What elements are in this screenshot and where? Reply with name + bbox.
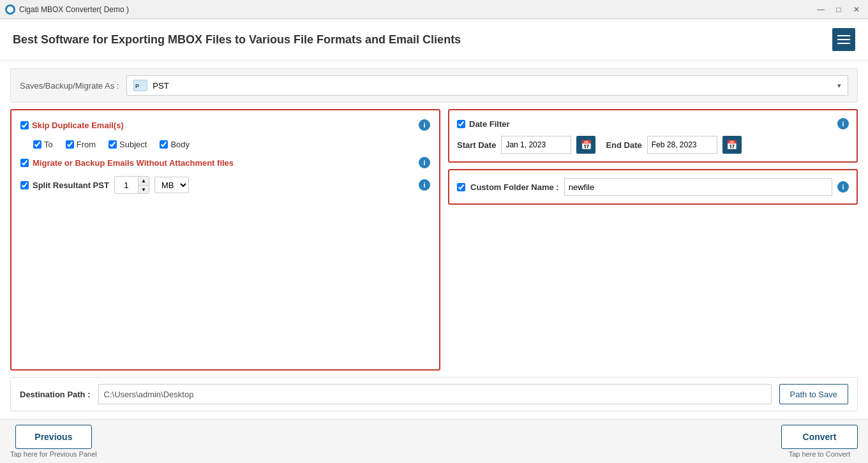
- destination-path-input[interactable]: [98, 384, 772, 404]
- calendar-icon-start: 📅: [581, 140, 592, 150]
- skip-duplicate-section: Skip Duplicate Email(s) i: [20, 119, 430, 131]
- sub-checkbox-to-label: To: [44, 140, 53, 149]
- saves-dropdown-left: P PST: [133, 80, 168, 91]
- custom-folder-checkbox-label[interactable]: [457, 183, 465, 191]
- date-filter-header: Date Filter i: [457, 118, 849, 129]
- end-date-group: End Date 📅: [606, 136, 741, 154]
- split-checkbox-label[interactable]: Split Resultant PST: [20, 180, 109, 190]
- sub-checkbox-from[interactable]: From: [66, 140, 96, 149]
- middle-row: Skip Duplicate Email(s) i To From: [10, 109, 858, 371]
- split-number-group: ▲ ▼: [114, 176, 149, 194]
- app-icon: [5, 4, 15, 15]
- checkbox-from[interactable]: [66, 140, 74, 149]
- skip-duplicate-info-icon[interactable]: i: [419, 119, 430, 131]
- date-filter-title: Date Filter: [469, 119, 510, 129]
- sub-checkboxes: To From Subject Body: [20, 140, 430, 149]
- content-area: Saves/Backup/Migrate As : P PST ▾: [0, 61, 868, 419]
- migrate-section: Migrate or Backup Emails Without Attachm…: [20, 157, 430, 168]
- end-date-input[interactable]: [647, 136, 717, 154]
- convert-button[interactable]: Convert: [781, 425, 858, 449]
- custom-folder-input[interactable]: [564, 178, 832, 196]
- migrate-label-row[interactable]: Migrate or Backup Emails Without Attachm…: [20, 158, 234, 168]
- date-fields-row: Start Date 📅 End Date 📅: [457, 136, 849, 154]
- size-unit-select[interactable]: MB GB KB: [154, 177, 189, 193]
- bottom-bar: Previous Tap here for Previous Panel Con…: [0, 419, 868, 463]
- start-date-calendar-button[interactable]: 📅: [576, 136, 595, 154]
- migrate-info-icon[interactable]: i: [419, 157, 430, 168]
- split-text: Split Resultant PST: [33, 180, 109, 190]
- destination-row: Destination Path : Path to Save: [10, 377, 858, 411]
- start-date-input[interactable]: [501, 136, 571, 154]
- date-filter-box: Date Filter i Start Date 📅: [448, 109, 858, 163]
- app-header: Best Software for Exporting MBOX Files t…: [0, 19, 868, 61]
- destination-label: Destination Path :: [20, 390, 91, 399]
- custom-folder-info-icon[interactable]: i: [837, 181, 849, 193]
- hamburger-button[interactable]: [832, 28, 855, 51]
- split-section: Split Resultant PST ▲ ▼ MB GB: [20, 176, 430, 194]
- checkbox-body[interactable]: [160, 140, 168, 149]
- end-date-label: End Date: [606, 140, 641, 150]
- split-checkbox[interactable]: [20, 181, 29, 189]
- bottom-left: Previous Tap here for Previous Panel: [10, 420, 97, 463]
- sub-checkbox-subject[interactable]: Subject: [108, 140, 147, 149]
- spin-buttons: ▲ ▼: [138, 177, 149, 193]
- start-date-group: Start Date 📅: [457, 136, 595, 154]
- sub-checkbox-body-label: Body: [170, 140, 190, 149]
- main-window: Best Software for Exporting MBOX Files t…: [0, 19, 868, 463]
- spin-down-button[interactable]: ▼: [138, 185, 149, 193]
- hamburger-line-2: [837, 39, 850, 40]
- custom-folder-checkbox[interactable]: [457, 183, 465, 191]
- calendar-icon-end: 📅: [726, 140, 737, 150]
- split-number-input[interactable]: [115, 177, 138, 193]
- sub-checkbox-subject-label: Subject: [119, 140, 147, 149]
- start-date-label: Start Date: [457, 140, 496, 150]
- migrate-checkbox[interactable]: [20, 159, 29, 167]
- custom-folder-box: Custom Folder Name : i: [448, 169, 858, 205]
- pst-icon: P: [133, 80, 147, 91]
- split-row: Split Resultant PST ▲ ▼ MB GB: [20, 176, 189, 194]
- title-bar-left: Cigati MBOX Converter( Demo ): [5, 4, 129, 15]
- left-panel: Skip Duplicate Email(s) i To From: [10, 109, 440, 371]
- sub-checkbox-from-label: From: [77, 140, 96, 149]
- path-to-save-button[interactable]: Path to Save: [779, 384, 848, 404]
- custom-folder-label: Custom Folder Name :: [470, 182, 559, 192]
- title-bar-controls: — □ ✕: [814, 3, 863, 16]
- app-title: Best Software for Exporting MBOX Files t…: [13, 33, 461, 47]
- previous-button[interactable]: Previous: [15, 425, 92, 449]
- previous-tip-text: Tap here for Previous Panel: [10, 450, 97, 458]
- saves-row: Saves/Backup/Migrate As : P PST ▾: [10, 68, 858, 103]
- skip-duplicate-checkbox[interactable]: [20, 121, 29, 129]
- svg-point-0: [7, 6, 13, 13]
- hamburger-line-3: [837, 43, 850, 44]
- skip-duplicate-row: Skip Duplicate Email(s): [20, 121, 124, 130]
- minimize-button[interactable]: —: [814, 3, 827, 16]
- migrate-text: Migrate or Backup Emails Without Attachm…: [33, 158, 234, 168]
- chevron-down-icon: ▾: [837, 82, 841, 90]
- bottom-right: Convert Tap here to Convert: [781, 420, 858, 463]
- maximize-button[interactable]: □: [832, 3, 845, 16]
- skip-duplicate-label[interactable]: Skip Duplicate Email(s): [20, 121, 124, 130]
- split-info-icon[interactable]: i: [419, 179, 430, 191]
- title-bar-text: Cigati MBOX Converter( Demo ): [19, 5, 129, 14]
- saves-dropdown[interactable]: P PST ▾: [126, 75, 848, 96]
- sub-checkbox-body[interactable]: Body: [160, 140, 190, 149]
- checkbox-subject[interactable]: [108, 140, 117, 149]
- date-filter-info-icon[interactable]: i: [837, 118, 849, 129]
- close-button[interactable]: ✕: [850, 3, 863, 16]
- end-date-calendar-button[interactable]: 📅: [722, 136, 742, 154]
- checkbox-to[interactable]: [33, 140, 41, 149]
- skip-duplicate-text: Skip Duplicate Email(s): [32, 121, 124, 130]
- date-filter-label-row[interactable]: Date Filter: [457, 119, 510, 129]
- spin-up-button[interactable]: ▲: [138, 177, 149, 185]
- sub-checkbox-to[interactable]: To: [33, 140, 53, 149]
- date-filter-checkbox[interactable]: [457, 120, 465, 128]
- saves-label: Saves/Backup/Migrate As :: [20, 81, 119, 91]
- title-bar: Cigati MBOX Converter( Demo ) — □ ✕: [0, 0, 868, 19]
- convert-tip-text: Tap here to Convert: [789, 450, 851, 458]
- right-panel: Date Filter i Start Date 📅: [448, 109, 858, 371]
- saves-selected-value: PST: [153, 81, 168, 91]
- svg-text:P: P: [135, 83, 139, 89]
- hamburger-line-1: [837, 35, 850, 36]
